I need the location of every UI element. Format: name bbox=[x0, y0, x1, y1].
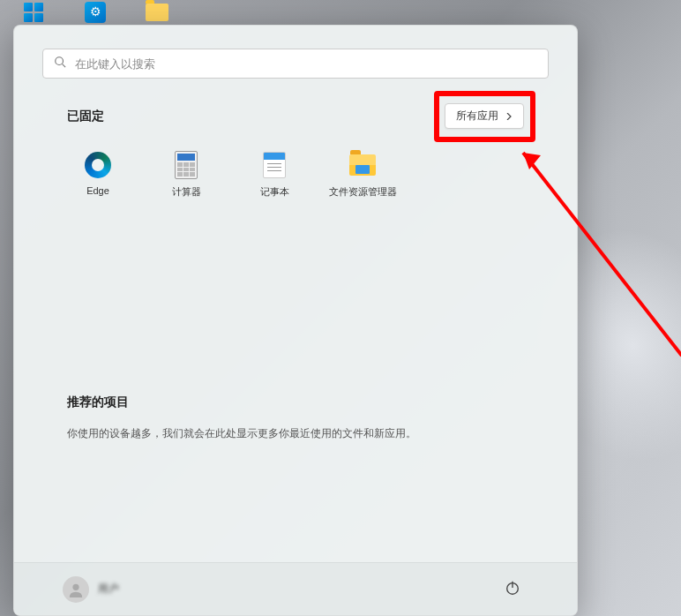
pinned-section-title: 已固定 bbox=[67, 109, 104, 124]
app-label: 文件资源管理器 bbox=[329, 185, 397, 199]
app-label: Edge bbox=[86, 185, 109, 196]
settings-taskbar-icon[interactable] bbox=[78, 0, 113, 25]
start-icon[interactable] bbox=[16, 0, 51, 25]
chevron-right-icon bbox=[505, 110, 513, 123]
svg-point-2 bbox=[72, 583, 79, 590]
explorer-taskbar-icon[interactable] bbox=[139, 0, 175, 25]
edge-icon bbox=[84, 151, 112, 179]
calculator-icon bbox=[172, 151, 200, 179]
avatar-icon bbox=[63, 576, 89, 603]
power-icon bbox=[505, 580, 520, 599]
recommended-empty-text: 你使用的设备越多，我们就会在此处显示更多你最近使用的文件和新应用。 bbox=[67, 426, 524, 441]
svg-line-1 bbox=[63, 64, 66, 68]
taskbar-top-icons bbox=[0, 0, 175, 25]
start-menu-footer: 用户 bbox=[14, 562, 577, 615]
app-tile-notepad[interactable]: 记事本 bbox=[235, 149, 314, 200]
pinned-apps-grid: Edge 计算器 记事本 文件资源管理器 bbox=[14, 142, 577, 200]
search-box[interactable] bbox=[42, 49, 549, 79]
file-explorer-icon bbox=[348, 151, 377, 179]
app-tile-file-explorer[interactable]: 文件资源管理器 bbox=[323, 149, 402, 200]
start-menu-panel: 已固定 所有应用 Edge 计算器 记事本 文件资源管理器 推荐的项目 bbox=[13, 25, 578, 616]
user-account-button[interactable]: 用户 bbox=[63, 576, 119, 603]
svg-point-0 bbox=[56, 57, 64, 65]
power-button[interactable] bbox=[497, 574, 528, 605]
all-apps-label: 所有应用 bbox=[456, 109, 498, 124]
recommended-section-title: 推荐的项目 bbox=[67, 394, 524, 410]
app-label: 计算器 bbox=[172, 185, 201, 199]
username-label: 用户 bbox=[98, 582, 119, 597]
app-tile-edge[interactable]: Edge bbox=[58, 149, 138, 200]
search-icon bbox=[54, 56, 66, 71]
search-input[interactable] bbox=[75, 57, 537, 71]
app-tile-calculator[interactable]: 计算器 bbox=[146, 149, 226, 200]
app-label: 记事本 bbox=[260, 185, 289, 199]
all-apps-button[interactable]: 所有应用 bbox=[445, 103, 524, 129]
notepad-icon bbox=[260, 151, 288, 179]
